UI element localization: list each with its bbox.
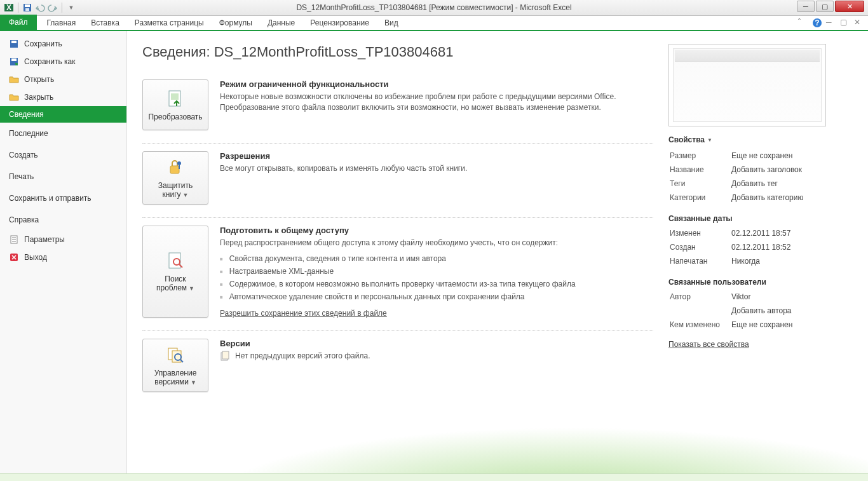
- section-heading: Режим ограниченной функциональности: [220, 79, 653, 89]
- doc-restore-icon[interactable]: ▢: [840, 18, 850, 28]
- nav-save[interactable]: Сохранить: [0, 35, 126, 53]
- exit-icon: [9, 252, 19, 262]
- options-icon: [9, 234, 19, 245]
- nav-options[interactable]: Параметры: [0, 231, 126, 248]
- minimize-button[interactable]: ─: [797, 1, 815, 12]
- ribbon-minimize-icon[interactable]: ˆ: [798, 18, 808, 28]
- nav-info[interactable]: Сведения: [0, 106, 126, 123]
- version-line: Нет предыдущих версий этого файла.: [220, 351, 653, 361]
- svg-rect-30: [222, 351, 229, 359]
- prop-value: Еще не сохранен: [731, 149, 851, 162]
- nav-new[interactable]: Создать: [0, 144, 126, 166]
- window-controls: ─ ▢ ✕: [797, 1, 864, 12]
- prop-key: Кем изменено: [670, 318, 730, 331]
- section-text: Нет предыдущих версий этого файла.: [235, 351, 370, 360]
- nav-open[interactable]: Открыть: [0, 71, 126, 88]
- backstage-main: Сведения: DS_12MonthProfitLoss_TP1038046…: [127, 31, 868, 473]
- prop-key: Автор: [670, 290, 730, 303]
- section-text: Некоторые новые возможности отключены во…: [220, 91, 653, 113]
- ribbon-tab-insert[interactable]: Вставка: [83, 16, 127, 30]
- close-button[interactable]: ✕: [835, 1, 864, 12]
- titlebar: X ▼ DS_12MonthProfitLoss_TP103804681 [Ре…: [0, 0, 868, 16]
- ribbon-tab-home[interactable]: Главная: [39, 16, 84, 30]
- doc-minimize-icon[interactable]: ─: [826, 18, 836, 28]
- nav-label: Сохранить: [24, 39, 62, 48]
- nav-save-as[interactable]: Сохранить как: [0, 53, 126, 71]
- svg-rect-4: [25, 8, 29, 11]
- prop-key: Изменен: [670, 227, 730, 240]
- prop-value: 02.12.2011 18:52: [731, 241, 851, 254]
- prop-value[interactable]: Добавить заголовок: [731, 163, 851, 176]
- ribbon-tab-file[interactable]: Файл: [0, 15, 37, 30]
- nav-label: Печать: [9, 172, 34, 181]
- prop-key: Теги: [670, 177, 730, 190]
- nav-recent[interactable]: Последние: [0, 123, 126, 144]
- ribbon-right-controls: ˆ ? ─ ▢ ✕: [798, 18, 864, 28]
- dates-table: Изменен02.12.2011 18:57 Создан02.12.2011…: [668, 226, 853, 269]
- prop-key: Размер: [670, 149, 730, 162]
- nav-close[interactable]: Закрыть: [0, 88, 126, 106]
- info-left-column: Сведения: DS_12MonthProfitLoss_TP1038046…: [142, 44, 653, 473]
- manage-versions-button[interactable]: Управление версиями▼: [142, 339, 208, 392]
- ribbon-tab-data[interactable]: Данные: [260, 16, 302, 30]
- ribbon-tab-view[interactable]: Вид: [377, 16, 406, 30]
- section-body: Версии Нет предыдущих версий этого файла…: [220, 339, 653, 392]
- related-people-header: Связанные пользователи: [668, 278, 853, 287]
- statusbar: [0, 473, 868, 481]
- prop-value: Никогда: [731, 255, 851, 268]
- backstage-nav: Сохранить Сохранить как Открыть Закрыть …: [0, 31, 127, 473]
- protect-workbook-button[interactable]: Защитить книгу▼: [142, 151, 208, 205]
- nav-label: Сведения: [9, 110, 44, 119]
- button-label: Защитить книгу▼: [146, 181, 205, 199]
- lock-key-icon: [165, 157, 186, 177]
- prop-key: Категории: [670, 191, 730, 204]
- svg-rect-22: [169, 253, 180, 268]
- svg-text:X: X: [6, 3, 11, 12]
- ribbon: Файл Главная Вставка Разметка страницы Ф…: [0, 16, 868, 31]
- convert-button[interactable]: Преобразовать: [142, 79, 208, 130]
- ribbon-tab-review[interactable]: Рецензирование: [302, 16, 377, 30]
- maximize-button[interactable]: ▢: [816, 1, 834, 12]
- prop-value[interactable]: Добавить тег: [731, 177, 851, 190]
- list-item: Автоматическое удаление свойств и персон…: [220, 290, 653, 303]
- properties-table: РазмерЕще не сохранен НазваниеДобавить з…: [668, 148, 853, 205]
- nav-label: Закрыть: [24, 93, 53, 102]
- add-author[interactable]: Добавить автора: [731, 304, 851, 317]
- properties-dropdown[interactable]: Свойства▼: [668, 135, 853, 144]
- nav-exit[interactable]: Выход: [0, 248, 126, 266]
- info-right-column: Свойства▼ РазмерЕще не сохранен Название…: [668, 44, 853, 473]
- undo-icon[interactable]: [35, 3, 45, 13]
- svg-point-20: [177, 161, 181, 165]
- help-icon[interactable]: ?: [812, 18, 822, 28]
- svg-rect-10: [11, 58, 17, 61]
- folder-close-icon: [9, 92, 19, 102]
- section-prepare: Поиск проблем▼ Подготовить к общему дост…: [142, 218, 653, 331]
- save-icon[interactable]: [22, 3, 32, 13]
- qat-customize-icon[interactable]: ▼: [66, 3, 76, 13]
- ribbon-tab-pagelayout[interactable]: Разметка страницы: [127, 16, 212, 30]
- nav-label: Справка: [9, 215, 39, 224]
- button-label: Управление версиями▼: [146, 369, 205, 386]
- convert-icon: [165, 88, 186, 109]
- prop-value[interactable]: Добавить категорию: [731, 191, 851, 204]
- button-label: Поиск проблем▼: [146, 274, 205, 292]
- prop-key: Создан: [670, 241, 730, 254]
- doc-close-icon[interactable]: ✕: [854, 18, 864, 28]
- section-versions: Управление версиями▼ Версии Нет предыдущ…: [142, 331, 653, 405]
- allow-saving-link[interactable]: Разрешить сохранение этих сведений в фай…: [220, 309, 387, 318]
- prop-key: Напечатан: [670, 255, 730, 268]
- document-thumbnail[interactable]: [668, 44, 826, 126]
- save-icon: [9, 39, 19, 49]
- show-all-properties-link[interactable]: Показать все свойства: [668, 340, 749, 349]
- quick-access-toolbar: X ▼: [0, 3, 80, 13]
- ribbon-tab-formulas[interactable]: Формулы: [212, 16, 260, 30]
- prepare-bullets: Свойства документа, сведения о типе конт…: [220, 252, 653, 304]
- section-text: Все могут открывать, копировать и изменя…: [220, 163, 653, 174]
- redo-icon[interactable]: [48, 3, 58, 13]
- nav-print[interactable]: Печать: [0, 166, 126, 187]
- nav-label: Открыть: [24, 75, 54, 84]
- nav-help[interactable]: Справка: [0, 209, 126, 231]
- check-issues-button[interactable]: Поиск проблем▼: [142, 226, 208, 318]
- nav-save-send[interactable]: Сохранить и отправить: [0, 187, 126, 209]
- window: X ▼ DS_12MonthProfitLoss_TP103804681 [Ре…: [0, 0, 868, 481]
